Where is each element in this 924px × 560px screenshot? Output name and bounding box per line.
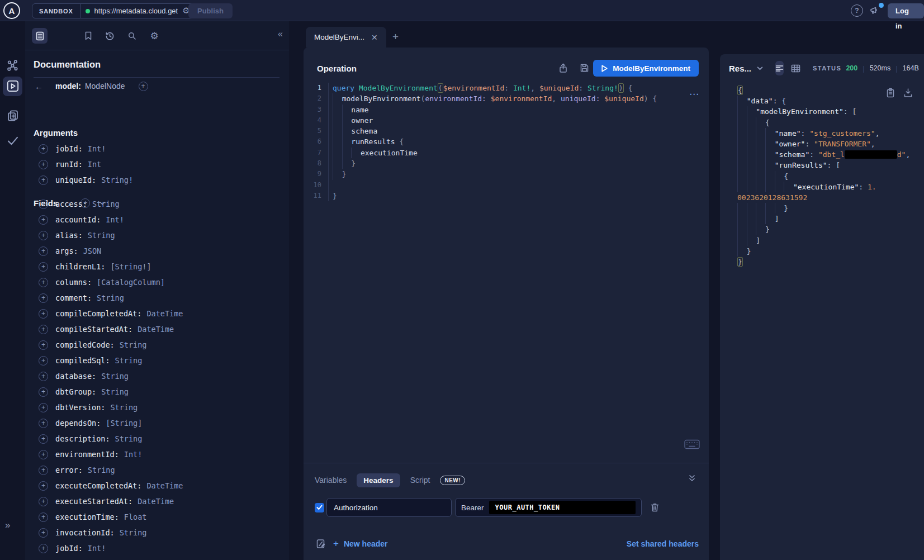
- apollo-logo[interactable]: A: [3, 2, 20, 19]
- add-field-icon[interactable]: +: [39, 215, 48, 225]
- auth-token-value[interactable]: YOUR_AUTH_TOKEN: [489, 501, 636, 514]
- schema-field-row[interactable]: +executionTime:Float: [25, 509, 289, 525]
- collapse-request-panel-icon[interactable]: [689, 474, 695, 482]
- operation-tab[interactable]: ModelByEnvi... ✕: [306, 27, 386, 48]
- schema-field-row[interactable]: +executeStartedAt:DateTime: [25, 493, 289, 509]
- schema-field-row[interactable]: +comment:String: [25, 290, 289, 306]
- tab-headers[interactable]: Headers: [357, 473, 400, 487]
- add-field-icon[interactable]: +: [39, 419, 48, 428]
- settings-tab-icon[interactable]: ⚙: [146, 28, 162, 44]
- add-type-icon[interactable]: +: [139, 82, 148, 91]
- save-operation-icon[interactable]: [580, 63, 589, 73]
- table-view-toggle-icon[interactable]: [791, 64, 800, 73]
- env-variables-icon[interactable]: [316, 539, 326, 549]
- schema-field-row[interactable]: +compiledSql:String: [25, 353, 289, 368]
- header-enabled-checkbox[interactable]: [315, 503, 324, 512]
- add-field-icon[interactable]: +: [39, 175, 48, 185]
- search-tab-icon[interactable]: [124, 28, 140, 44]
- add-field-icon[interactable]: +: [39, 372, 48, 381]
- add-field-icon[interactable]: +: [39, 387, 48, 397]
- schema-field-row[interactable]: +executeCompletedAt:DateTime: [25, 478, 289, 493]
- login-button[interactable]: Log in: [888, 3, 924, 18]
- operation-more-options-icon[interactable]: ⋯: [689, 88, 699, 99]
- close-tab-icon[interactable]: ✕: [371, 33, 378, 42]
- schema-field-row[interactable]: +childrenL1:[String!]: [25, 259, 289, 274]
- add-field-icon[interactable]: +: [39, 512, 48, 522]
- schema-field-row[interactable]: +args:JSON: [25, 243, 289, 259]
- sidebar-item-explorer[interactable]: [0, 80, 25, 92]
- add-field-icon[interactable]: +: [39, 200, 48, 209]
- schema-field-row[interactable]: +access:String: [25, 196, 289, 212]
- add-field-icon[interactable]: +: [39, 434, 48, 444]
- schema-field-row[interactable]: +compileStartedAt:DateTime: [25, 321, 289, 337]
- help-icon[interactable]: ?: [851, 4, 863, 17]
- add-field-icon[interactable]: +: [39, 231, 48, 240]
- schema-field-row[interactable]: +jobId:Int!: [25, 540, 289, 556]
- breadcrumb-type[interactable]: ModelNode: [85, 82, 125, 91]
- schema-field-row[interactable]: +columns:[CatalogColumn]: [25, 274, 289, 290]
- back-arrow-icon[interactable]: ←: [35, 82, 43, 91]
- response-json-viewer[interactable]: { "data": { "modelByEnvironment": [ { "n…: [720, 85, 924, 267]
- keyboard-shortcuts-icon[interactable]: [684, 439, 700, 449]
- line-number: 8: [304, 158, 328, 169]
- set-shared-headers-link[interactable]: Set shared headers: [627, 539, 699, 548]
- operation-tab-title[interactable]: ModelByEnvi...: [314, 33, 364, 41]
- header-key-input[interactable]: [326, 498, 452, 517]
- add-field-icon[interactable]: +: [39, 403, 48, 412]
- add-field-icon[interactable]: +: [39, 544, 48, 553]
- schema-field-row[interactable]: +dependsOn:[String]: [25, 415, 289, 431]
- add-field-icon[interactable]: +: [39, 293, 48, 303]
- new-header-button[interactable]: + New header: [333, 538, 388, 549]
- add-field-icon[interactable]: +: [39, 340, 48, 350]
- add-field-icon[interactable]: +: [39, 278, 48, 287]
- delete-header-icon[interactable]: [650, 502, 660, 512]
- add-field-icon[interactable]: +: [39, 497, 48, 506]
- schema-field-row[interactable]: +compileCompletedAt:DateTime: [25, 306, 289, 321]
- history-tab-icon[interactable]: [102, 28, 117, 44]
- add-field-icon[interactable]: +: [39, 325, 48, 334]
- response-panel-title[interactable]: Res...: [729, 64, 751, 73]
- add-field-icon[interactable]: +: [39, 450, 48, 459]
- add-field-icon[interactable]: +: [39, 528, 48, 538]
- tab-script[interactable]: Script: [410, 476, 430, 485]
- add-field-icon[interactable]: +: [39, 246, 48, 256]
- schema-field-row[interactable]: +environmentId:Int!: [25, 447, 289, 462]
- collapse-docs-panel-icon[interactable]: «: [278, 29, 283, 39]
- run-operation-button[interactable]: ModelByEnvironment: [593, 60, 699, 77]
- schema-field-row[interactable]: +jobId:Int!: [25, 141, 289, 156]
- raw-view-toggle-icon[interactable]: [775, 61, 784, 75]
- schema-field-row[interactable]: +database:String: [25, 368, 289, 384]
- schema-field-row[interactable]: +uniqueId:String!: [25, 172, 289, 188]
- publish-button[interactable]: Publish: [188, 3, 233, 18]
- schema-field-row[interactable]: +runId:Int: [25, 156, 289, 172]
- graphql-editor[interactable]: 1query ModelByEnvironment($environmentId…: [304, 83, 709, 201]
- schema-field-row[interactable]: +compiledCode:String: [25, 337, 289, 353]
- response-dropdown-chevron-icon[interactable]: [757, 66, 763, 70]
- schema-field-row[interactable]: +dbtGroup:String: [25, 384, 289, 400]
- add-field-icon[interactable]: +: [39, 262, 48, 272]
- sidebar-item-checks[interactable]: [0, 135, 25, 147]
- add-field-icon[interactable]: +: [39, 160, 48, 169]
- schema-field-row[interactable]: +accountId:Int!: [25, 212, 289, 227]
- endpoint-url-field[interactable]: https://metadata.cloud.get ⚙: [80, 4, 195, 18]
- add-field-icon[interactable]: +: [39, 481, 48, 491]
- header-value-input[interactable]: Bearer YOUR_AUTH_TOKEN: [455, 498, 642, 517]
- tab-variables[interactable]: Variables: [315, 476, 347, 485]
- schema-field-row[interactable]: +description:String: [25, 431, 289, 447]
- schema-field-row[interactable]: +invocationId:String: [25, 525, 289, 540]
- bookmarks-tab-icon[interactable]: [80, 28, 96, 44]
- add-field-icon[interactable]: +: [39, 466, 48, 475]
- schema-field-row[interactable]: +dbtVersion:String: [25, 400, 289, 415]
- new-tab-icon[interactable]: +: [392, 31, 399, 43]
- schema-field-row[interactable]: +alias:String: [25, 227, 289, 243]
- add-field-icon[interactable]: +: [39, 144, 48, 154]
- endpoint-url-text[interactable]: https://metadata.cloud.get: [94, 7, 178, 15]
- expand-rail-icon[interactable]: »: [5, 520, 10, 531]
- add-field-icon[interactable]: +: [39, 309, 48, 319]
- sidebar-item-schema[interactable]: [0, 59, 25, 72]
- add-field-icon[interactable]: +: [39, 356, 48, 366]
- sidebar-item-changelog[interactable]: [0, 110, 25, 122]
- schema-field-row[interactable]: +error:String: [25, 462, 289, 478]
- share-operation-icon[interactable]: [558, 63, 568, 73]
- documentation-tab-icon[interactable]: [32, 28, 48, 44]
